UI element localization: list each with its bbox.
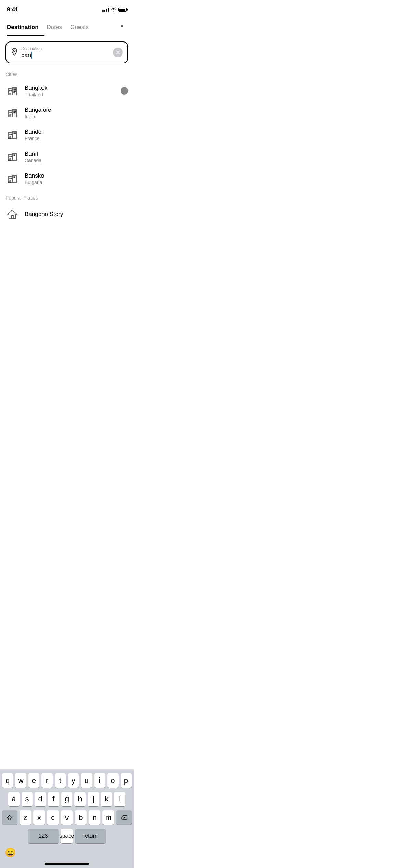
city-building-icon <box>5 128 19 142</box>
city-info-bangkok: Bangkok Thailand <box>25 85 115 97</box>
svg-rect-20 <box>8 133 12 139</box>
close-button[interactable]: × <box>117 21 127 31</box>
city-name: Bansko <box>25 172 128 179</box>
search-container: Destination ban <box>0 36 134 66</box>
svg-rect-19 <box>10 115 11 117</box>
svg-rect-8 <box>15 91 16 92</box>
city-building-icon <box>5 172 19 185</box>
wifi-icon <box>111 8 116 12</box>
tab-dates[interactable]: Dates <box>47 20 68 36</box>
city-name: Bangalore <box>25 107 128 113</box>
svg-rect-33 <box>8 177 12 183</box>
city-building-icon <box>5 150 19 164</box>
place-item-bangpho-story[interactable]: Bangpho Story <box>0 203 134 225</box>
svg-rect-32 <box>10 159 11 161</box>
svg-rect-15 <box>14 111 15 112</box>
svg-rect-18 <box>15 112 16 113</box>
status-icons <box>102 8 127 12</box>
location-pin-icon <box>11 48 18 57</box>
city-info-bansko: Bansko Bulgaria <box>25 172 128 185</box>
svg-rect-26 <box>10 137 11 139</box>
city-building-icon <box>5 84 19 98</box>
city-item-bangkok[interactable]: Bangkok Thailand <box>0 80 134 102</box>
city-item-bansko[interactable]: Bansko Bulgaria <box>0 168 134 190</box>
svg-rect-34 <box>13 175 16 183</box>
svg-rect-31 <box>14 155 15 156</box>
city-country: France <box>25 136 128 141</box>
search-box[interactable]: Destination ban <box>5 41 128 63</box>
svg-rect-17 <box>14 112 15 113</box>
tab-navigation: Destination Dates Guests × <box>0 17 134 36</box>
status-bar: 9:41 <box>0 0 134 17</box>
svg-rect-29 <box>9 156 10 157</box>
city-name: Bandol <box>25 129 128 135</box>
house-icon <box>5 207 19 221</box>
city-country: Thailand <box>25 92 115 97</box>
svg-rect-37 <box>14 177 15 178</box>
svg-rect-38 <box>10 181 11 183</box>
city-name: Banff <box>25 150 128 157</box>
search-input-area[interactable]: Destination ban <box>21 46 110 59</box>
svg-rect-3 <box>9 90 10 91</box>
svg-rect-22 <box>9 134 10 135</box>
svg-rect-10 <box>10 93 11 95</box>
svg-rect-30 <box>11 156 12 157</box>
city-building-icon <box>5 106 19 120</box>
svg-rect-7 <box>14 91 15 92</box>
svg-rect-36 <box>11 178 12 179</box>
svg-rect-23 <box>11 134 12 135</box>
city-info-banff: Banff Canada <box>25 150 128 163</box>
svg-rect-24 <box>14 133 15 134</box>
city-country: Canada <box>25 158 128 163</box>
svg-rect-9 <box>14 92 15 93</box>
city-info-bandol: Bandol France <box>25 129 128 141</box>
svg-rect-1 <box>8 89 12 95</box>
city-item-bandol[interactable]: Bandol France <box>0 124 134 146</box>
popular-places-section-header: Popular Places <box>0 190 134 203</box>
svg-rect-5 <box>14 89 15 90</box>
svg-rect-16 <box>15 111 16 112</box>
svg-rect-25 <box>15 133 16 134</box>
city-country: Bulgaria <box>25 180 128 185</box>
city-item-bangalore[interactable]: Bangalore India <box>0 102 134 124</box>
svg-rect-28 <box>13 153 16 161</box>
text-cursor <box>31 52 32 59</box>
city-country: India <box>25 114 128 119</box>
svg-rect-35 <box>9 178 10 179</box>
svg-rect-4 <box>11 90 12 91</box>
signal-icon <box>102 8 109 12</box>
search-label: Destination <box>21 46 110 51</box>
svg-rect-6 <box>15 89 16 90</box>
clear-search-button[interactable] <box>113 48 123 57</box>
place-name: Bangpho Story <box>25 211 128 218</box>
svg-rect-14 <box>11 112 12 113</box>
svg-rect-21 <box>13 131 16 139</box>
search-input-text: ban <box>21 52 31 59</box>
svg-rect-13 <box>9 112 10 113</box>
content-area: Destination ban Cities <box>0 36 134 335</box>
tab-guests[interactable]: Guests <box>70 20 94 36</box>
city-name: Bangkok <box>25 85 115 92</box>
tab-destination[interactable]: Destination <box>7 20 44 36</box>
city-info-bangalore: Bangalore India <box>25 107 128 119</box>
svg-rect-27 <box>8 155 12 161</box>
svg-point-0 <box>14 50 15 51</box>
place-info-bangpho-story: Bangpho Story <box>25 211 128 218</box>
selected-indicator <box>121 87 128 95</box>
battery-icon <box>118 8 127 12</box>
city-item-banff[interactable]: Banff Canada <box>0 146 134 168</box>
status-time: 9:41 <box>7 6 18 13</box>
cities-section-header: Cities <box>0 66 134 80</box>
svg-rect-11 <box>8 111 12 117</box>
